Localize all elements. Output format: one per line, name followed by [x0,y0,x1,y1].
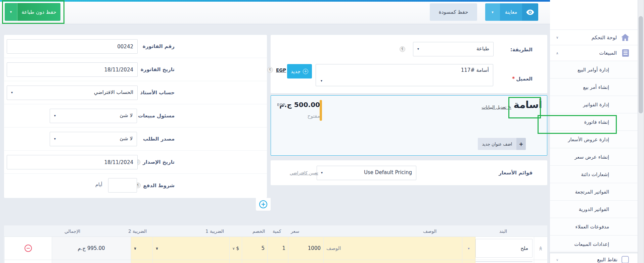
drag-handle[interactable]: ≫ [534,237,547,260]
currency-code: EGP [277,103,285,107]
sales-rep-select[interactable]: لا شئ ▾ [50,109,137,123]
sidebar-item-create-invoice[interactable]: إنشاء فاتورة [550,113,638,131]
caret-down-icon: ▾ [321,171,323,174]
help-icon[interactable]: ؟ [267,67,273,73]
preview-label[interactable]: معاينة [500,3,522,21]
order-source-row: مصدر الطلب لا شئ ▾ [4,127,267,151]
sidebar-item-pos[interactable]: نقاط البيع ∨ [550,253,638,263]
save-without-print-label[interactable]: حفظ دون طباعة [17,3,60,21]
sales-submenu: إدارة أوامر البيع إنشاء أمر بيع إدارة ال… [550,61,638,253]
discount-cell[interactable]: 5 [242,237,267,260]
invoice-number-row: رقم الفاتورة [4,35,267,58]
tax1-select[interactable]: ∨ [152,237,229,260]
sales-rep-value: لا شئ [120,112,133,118]
delete-row-icon[interactable]: − [25,245,32,252]
sidebar-item-label: المبيعات [558,50,617,56]
help-icon[interactable]: ؟ [400,46,405,52]
issue-date-label: تاريخ الإصدار ؟ [135,151,175,173]
action-toolbar: حفظ دون طباعة ▾ حفظ كمسودة معاينة ▾ [0,2,550,24]
payment-terms-label: شروط الدفع ؟ [135,174,175,197]
eye-icon[interactable] [522,3,538,21]
plus-icon: + [516,138,526,150]
sidebar-item-client-payments[interactable]: مدفوعات العملاء [550,218,638,235]
sidebar-item-sales[interactable]: المبيعات ∧ [550,45,638,61]
add-more-fields-tab[interactable]: + [256,198,271,211]
header-item: البند [499,225,526,237]
qty-cell[interactable]: 1 [267,237,288,260]
price-list-select[interactable]: Use Default Pricing ▾ [317,166,416,180]
item-name-input[interactable] [475,261,533,262]
invoice-date-row: تاريخ الفاتورة [4,58,267,81]
sales-rep-label: مسئول مبيعات [138,104,175,127]
caret-down-icon: ▾ [468,247,469,250]
add-address-button[interactable]: + اضف عنوان جديد [478,138,526,150]
issue-date-input[interactable] [7,155,138,169]
required-asterisk: * [512,76,515,82]
ledger-account-row: حساب الأستاذ الحساب الافتراضي ▾ [4,81,267,104]
items-table-header: البند الوصف سعر كمية الخصم الضريبة 1 الض… [4,225,547,237]
total-cell: 995.00 ج.م [52,237,131,260]
header-tax1: الضريبة 1 [205,225,238,237]
client-value: أسامة #117 [461,67,489,73]
sidebar-item-label: لوحة التحكم [558,35,617,41]
invoice-number-input[interactable] [7,39,138,54]
tax2-select[interactable]: ∨ [131,237,152,260]
issue-date-row: تاريخ الإصدار ؟ [4,151,267,174]
save-without-print-button[interactable]: حفظ دون طباعة ▾ [5,3,60,21]
header-total: الإجمالي [64,225,98,237]
invoice-date-input[interactable] [7,62,138,77]
order-source-label: مصدر الطلب [143,127,175,150]
customer-summary-card: أسامة ✎ تعديل البيانات 500.00 ج.م EGP مف… [271,95,547,156]
receipt-icon [621,49,630,57]
sidebar-item-sales-settings[interactable]: إعدادات المبيعات [550,235,638,253]
sidebar-item-manage-sale-orders[interactable]: إدارة أوامر البيع [550,61,638,78]
sidebar-nav: لوحة التحكم ∨ المبيعات ∧ إدارة أوامر الب… [550,0,638,263]
payment-terms-input[interactable] [108,178,137,193]
sidebar-item-recurring-invoices[interactable]: الفواتير الدورية [550,201,638,218]
method-value: طباعة [476,46,489,52]
chevron-down-icon: ∨ [155,246,158,251]
ledger-account-select[interactable]: الحساب الافتراضي ▾ [7,86,138,100]
status-open: مفتوح [301,113,320,119]
price-lists-panel: قوائم الأسعار Use Default Pricing ▾ تعيي… [271,160,547,185]
scrollbar-thumb[interactable] [639,16,643,113]
customer-name: أسامة [513,99,543,110]
page-scrollbar[interactable] [638,0,644,263]
order-source-value: لا شئ [120,136,133,142]
caret-down-icon: ▾ [11,91,13,94]
price-cell[interactable]: 1000 [288,237,323,260]
save-draft-button[interactable]: حفظ كمسودة [430,3,477,21]
item-cell: ▾ [462,237,534,260]
set-default-link[interactable]: تعيين كافتراضي [290,170,318,175]
item-name-input[interactable] [475,239,533,258]
currency-link[interactable]: EGP [276,67,286,73]
order-source-select[interactable]: لا شئ ▾ [50,132,137,146]
description-cell[interactable]: الوصف [323,237,462,260]
invoice-details-panel: رقم الفاتورة تاريخ الفاتورة حساب الأستاذ… [4,35,267,198]
sidebar-item-dashboard[interactable]: لوحة التحكم ∨ [550,30,638,45]
method-select[interactable]: طباعة ▾ [413,42,494,56]
discount-type-select[interactable]: $ ∨ [229,237,242,260]
drag-handle-icon: ≫ [538,246,543,251]
pos-icon [622,256,629,263]
sidebar-item-manage-invoices[interactable]: إدارة الفواتير [550,96,638,113]
client-select[interactable]: أسامة #117 ▾ [316,64,493,86]
preview-button[interactable]: معاينة ▾ [485,3,538,21]
status-bar [320,100,322,121]
sidebar-item-create-quote[interactable]: إنشاء عرض سعر [550,148,638,166]
chevron-down-icon: ∨ [556,36,558,39]
new-client-button[interactable]: + جديد [287,64,312,78]
caret-down-icon: ▾ [321,79,322,83]
sidebar-item-returned-invoices[interactable]: الفواتير المرتجعة [550,183,638,201]
plus-circle-icon[interactable]: + [259,200,267,208]
item-row: ≫ ▾ الوصف 1000 1 5 $ ∨ ∨ ∨ 995.00 ج.م [4,237,547,260]
item-picker-dropdown[interactable]: ▾ [462,237,475,260]
save-options-caret-icon[interactable]: ▾ [5,3,17,21]
sidebar-item-credit-notes[interactable]: إشعارات دائنة [550,166,638,183]
invoice-number-label: رقم الفاتورة [143,35,175,58]
delete-row-cell: − [4,237,52,260]
edit-customer-link[interactable]: ✎ تعديل البيانات [474,105,511,110]
preview-options-caret-icon[interactable]: ▾ [485,3,500,21]
sidebar-item-create-sale-order[interactable]: إنشاء أمر بيع [550,78,638,96]
sidebar-item-manage-quotes[interactable]: إدارة عروض الأسعار [550,131,638,148]
